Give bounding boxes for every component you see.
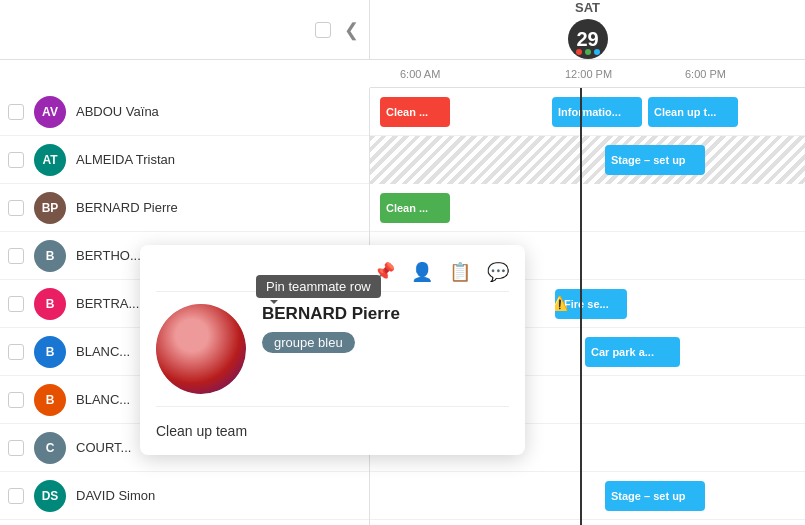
person-name-david: DAVID Simon [76, 488, 155, 503]
checkbox-david[interactable] [8, 488, 24, 504]
dot-red [576, 49, 582, 55]
checkbox-almeida[interactable] [8, 152, 24, 168]
calendar-header: ❮ SAT 29 [0, 0, 805, 60]
event-clean-abdou[interactable]: Clean ... [380, 97, 450, 127]
person-name-almeida: ALMEIDA Tristan [76, 152, 175, 167]
person-popup-card: Pin teammate row 📌 👤 📋 💬 BERNARD Pierre … [140, 245, 525, 455]
avatar-abdou: AV [34, 96, 66, 128]
popup-group-badge: groupe bleu [262, 332, 355, 353]
time-label-6pm: 6:00 PM [685, 68, 726, 80]
person-row: AV ABDOU Vaïna [0, 88, 369, 136]
day-label: SAT [575, 0, 600, 15]
popup-divider [156, 406, 509, 407]
checkbox-court[interactable] [8, 440, 24, 456]
person-icon[interactable]: 👤 [411, 261, 433, 283]
time-label-noon: 12:00 PM [565, 68, 612, 80]
event-cleanup-abdou[interactable]: Clean up t... [648, 97, 738, 127]
person-name-bertho: BERTHO... [76, 248, 141, 263]
timeline-row-abdou: Clean ... Informatio... Clean up t... [370, 88, 805, 136]
popup-actions-bar: Pin teammate row 📌 👤 📋 💬 [156, 261, 509, 292]
day-circle: 29 [568, 19, 608, 59]
checkbox-blanc2[interactable] [8, 392, 24, 408]
checkbox-bertra[interactable] [8, 296, 24, 312]
header-right: SAT 29 [370, 0, 805, 59]
time-labels-bar: 6:00 AM 12:00 PM 6:00 PM [370, 60, 805, 88]
pin-tooltip: Pin teammate row [256, 275, 381, 298]
time-label-6am: 6:00 AM [400, 68, 440, 80]
avatar-bertho: B [34, 240, 66, 272]
person-name-bertra: BERTRA... [76, 296, 139, 311]
checkbox-bertho[interactable] [8, 248, 24, 264]
person-name-blanc2: BLANC... [76, 392, 130, 407]
person-name-court: COURT... [76, 440, 131, 455]
event-info-abdou[interactable]: Informatio... [552, 97, 642, 127]
popup-content: BERNARD Pierre groupe bleu [156, 304, 509, 394]
person-name-blanc1: BLANC... [76, 344, 130, 359]
avatar-court: C [34, 432, 66, 464]
event-clean-bernard[interactable]: Clean ... [380, 193, 450, 223]
event-stage-almeida[interactable]: Stage – set up [605, 145, 705, 175]
popup-person-name: BERNARD Pierre [262, 304, 509, 324]
day-info: SAT 29 [568, 0, 608, 59]
person-row: AT ALMEIDA Tristan [0, 136, 369, 184]
avatar-almeida: AT [34, 144, 66, 176]
popup-team-label: Clean up team [156, 419, 509, 439]
timeline-row-david: Stage – set up [370, 472, 805, 520]
event-carpark-blanc1[interactable]: Car park a... [585, 337, 680, 367]
avatar-bernard: BP [34, 192, 66, 224]
header-left: ❮ [0, 0, 370, 59]
avatar-bertra: B [34, 288, 66, 320]
checkbox-blanc1[interactable] [8, 344, 24, 360]
avatar-blanc1: B [34, 336, 66, 368]
avatar-photo [156, 304, 246, 394]
current-time-line [580, 88, 582, 525]
hatched-almeida [370, 136, 805, 184]
dot-blue [594, 49, 600, 55]
clipboard-icon[interactable]: 📋 [449, 261, 471, 283]
day-dots [576, 49, 600, 55]
select-all-checkbox[interactable] [315, 22, 331, 38]
popup-avatar [156, 304, 246, 394]
avatar-david: DS [34, 480, 66, 512]
timeline-row-bernard: Clean ... [370, 184, 805, 232]
timeline-row-almeida: Stage – set up [370, 136, 805, 184]
checkbox-abdou[interactable] [8, 104, 24, 120]
person-name-bernard: BERNARD Pierre [76, 200, 178, 215]
warning-icon: ⚠️ [555, 295, 568, 311]
popup-info: BERNARD Pierre groupe bleu [262, 304, 509, 365]
person-row: DS DAVID Simon [0, 472, 369, 520]
checkbox-bernard[interactable] [8, 200, 24, 216]
event-fire-bertra[interactable]: ⚠️ Fire se... [555, 289, 627, 319]
chevron-left-icon[interactable]: ❮ [344, 19, 359, 41]
person-row: BP BERNARD Pierre [0, 184, 369, 232]
chat-icon[interactable]: 💬 [487, 261, 509, 283]
dot-green [585, 49, 591, 55]
avatar-blanc2: B [34, 384, 66, 416]
person-name-abdou: ABDOU Vaïna [76, 104, 159, 119]
event-stage-david[interactable]: Stage – set up [605, 481, 705, 511]
